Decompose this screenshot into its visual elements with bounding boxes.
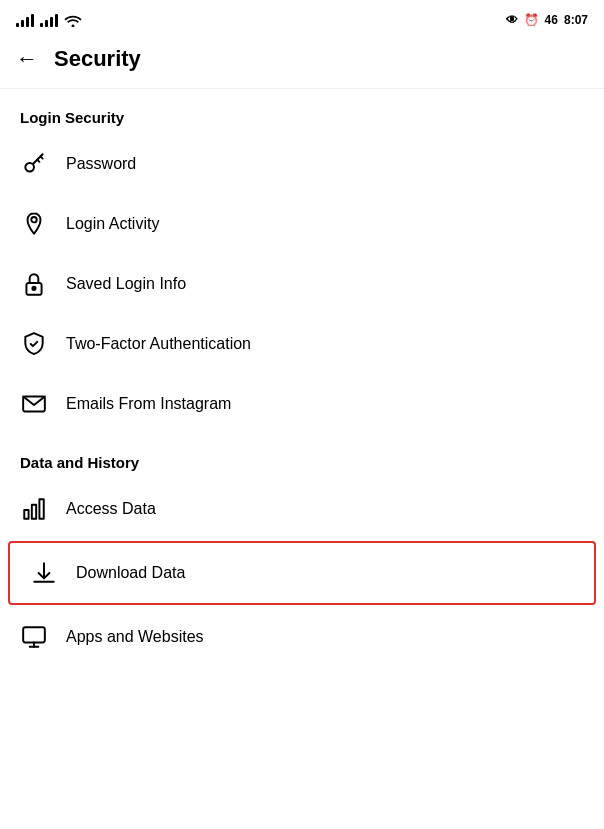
mail-icon: [20, 390, 48, 418]
svg-rect-9: [23, 627, 45, 642]
login-security-section: Login Security Password Login Activity: [0, 89, 604, 434]
access-data-label: Access Data: [66, 500, 156, 518]
time-display: 8:07: [564, 13, 588, 27]
wifi-icon: [64, 13, 82, 27]
page-title: Security: [54, 46, 141, 72]
page-header: ← Security: [0, 36, 604, 89]
data-history-section: Data and History Access Data Download Da…: [0, 434, 604, 667]
two-factor-label: Two-Factor Authentication: [66, 335, 251, 353]
svg-point-0: [25, 163, 34, 172]
signal-indicators: [16, 13, 82, 27]
signal-bar-1: [16, 13, 34, 27]
lock-icon: [20, 270, 48, 298]
battery-indicator: 46: [545, 13, 558, 27]
svg-rect-6: [32, 505, 36, 519]
download-data-label: Download Data: [76, 564, 185, 582]
key-icon: [20, 150, 48, 178]
password-label: Password: [66, 155, 136, 173]
access-data-item[interactable]: Access Data: [0, 479, 604, 539]
back-button[interactable]: ←: [16, 46, 38, 72]
eye-icon: 👁: [506, 13, 518, 27]
data-history-label: Data and History: [0, 434, 604, 479]
chart-icon: [20, 495, 48, 523]
location-icon: [20, 210, 48, 238]
svg-point-3: [32, 287, 35, 290]
svg-point-1: [31, 217, 36, 222]
svg-rect-5: [24, 510, 28, 519]
saved-login-label: Saved Login Info: [66, 275, 186, 293]
signal-bar-2: [40, 13, 58, 27]
login-activity-item[interactable]: Login Activity: [0, 194, 604, 254]
login-activity-label: Login Activity: [66, 215, 159, 233]
two-factor-item[interactable]: Two-Factor Authentication: [0, 314, 604, 374]
download-icon: [30, 559, 58, 587]
apps-websites-item[interactable]: Apps and Websites: [0, 607, 604, 667]
status-right: 👁 ⏰ 46 8:07: [506, 13, 588, 27]
apps-websites-label: Apps and Websites: [66, 628, 204, 646]
svg-rect-7: [39, 499, 43, 519]
monitor-icon: [20, 623, 48, 651]
password-item[interactable]: Password: [0, 134, 604, 194]
emails-item[interactable]: Emails From Instagram: [0, 374, 604, 434]
shield-icon: [20, 330, 48, 358]
download-data-item[interactable]: Download Data: [8, 541, 596, 605]
alarm-icon: ⏰: [524, 13, 539, 27]
login-security-label: Login Security: [0, 89, 604, 134]
saved-login-item[interactable]: Saved Login Info: [0, 254, 604, 314]
status-bar: 👁 ⏰ 46 8:07: [0, 0, 604, 36]
emails-label: Emails From Instagram: [66, 395, 231, 413]
